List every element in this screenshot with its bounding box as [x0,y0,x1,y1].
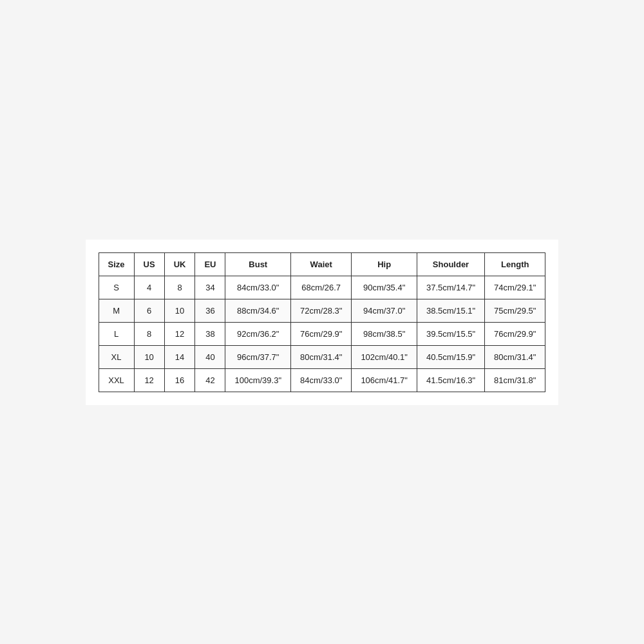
table-row: XL10144096cm/37.7"80cm/31.4"102cm/40.1"4… [99,345,545,368]
table-cell: 84cm/33.0" [291,368,352,392]
table-row: S483484cm/33.0"68cm/26.790cm/35.4"37.5cm… [99,276,545,299]
column-header: UK [164,252,195,276]
size-chart-container: SizeUSUKEUBustWaietHipShoulderLength S48… [86,240,559,405]
table-cell: XXL [99,368,134,392]
table-cell: 68cm/26.7 [291,276,352,299]
table-cell: 38.5cm/15.1" [417,299,484,322]
table-cell: 40 [195,345,225,368]
table-cell: 34 [195,276,225,299]
table-cell: 16 [164,368,195,392]
table-cell: S [99,276,134,299]
table-cell: 37.5cm/14.7" [417,276,484,299]
table-cell: 10 [164,299,195,322]
table-cell: M [99,299,134,322]
table-cell: 8 [164,276,195,299]
table-cell: 92cm/36.2" [225,322,291,345]
table-cell: 10 [134,345,164,368]
table-cell: 14 [164,345,195,368]
table-cell: L [99,322,134,345]
table-cell: 6 [134,299,164,322]
column-header: US [134,252,164,276]
table-cell: 81cm/31.8" [485,368,545,392]
table-cell: 100cm/39.3" [225,368,291,392]
table-cell: 74cm/29.1" [485,276,545,299]
column-header: Waiet [291,252,352,276]
table-cell: 12 [164,322,195,345]
column-header: Size [99,252,134,276]
table-cell: 42 [195,368,225,392]
table-cell: 106cm/41.7" [352,368,417,392]
table-cell: 84cm/33.0" [225,276,291,299]
table-cell: 96cm/37.7" [225,345,291,368]
table-cell: 38 [195,322,225,345]
column-header: Hip [352,252,417,276]
table-cell: 90cm/35.4" [352,276,417,299]
table-cell: 39.5cm/15.5" [417,322,484,345]
table-cell: 98cm/38.5" [352,322,417,345]
table-row: M6103688cm/34.6"72cm/28.3"94cm/37.0"38.5… [99,299,545,322]
column-header: Bust [225,252,291,276]
table-cell: 94cm/37.0" [352,299,417,322]
table-cell: 80cm/31.4" [485,345,545,368]
table-cell: 76cm/29.9" [485,322,545,345]
table-cell: 102cm/40.1" [352,345,417,368]
column-header: Shoulder [417,252,484,276]
table-cell: 75cm/29.5" [485,299,545,322]
size-chart-table: SizeUSUKEUBustWaietHipShoulderLength S48… [99,252,546,392]
column-header: Length [485,252,545,276]
table-cell: 80cm/31.4" [291,345,352,368]
table-cell: 41.5cm/16.3" [417,368,484,392]
table-row: L8123892cm/36.2"76cm/29.9"98cm/38.5"39.5… [99,322,545,345]
table-cell: 88cm/34.6" [225,299,291,322]
table-cell: 72cm/28.3" [291,299,352,322]
table-cell: 4 [134,276,164,299]
table-cell: 40.5cm/15.9" [417,345,484,368]
table-header-row: SizeUSUKEUBustWaietHipShoulderLength [99,252,545,276]
table-cell: 12 [134,368,164,392]
table-row: XXL121642100cm/39.3"84cm/33.0"106cm/41.7… [99,368,545,392]
table-cell: 76cm/29.9" [291,322,352,345]
table-cell: 36 [195,299,225,322]
table-cell: 8 [134,322,164,345]
table-cell: XL [99,345,134,368]
column-header: EU [195,252,225,276]
